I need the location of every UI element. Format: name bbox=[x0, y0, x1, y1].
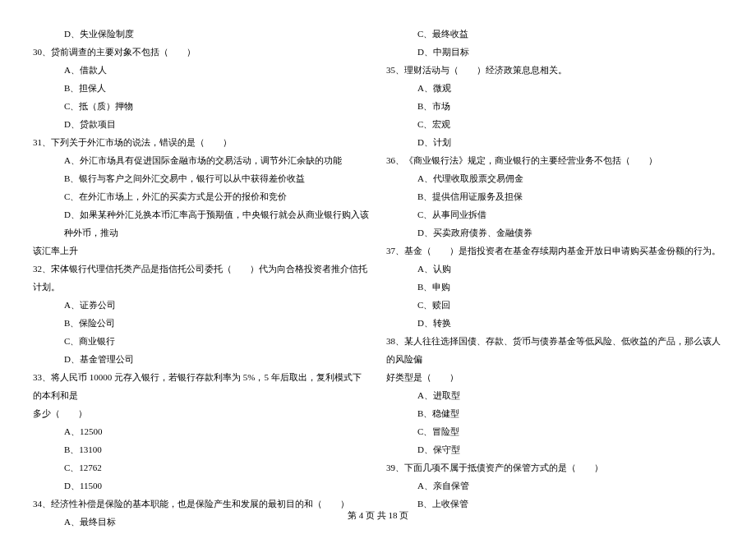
q33-continuation: 多少（ ） bbox=[33, 404, 370, 422]
page-footer: 第 4 页 共 18 页 bbox=[0, 509, 756, 522]
q31-opt-d: D、如果某种外汇兑换本币汇率高于预期值，中央银行就会从商业银行购入该种外币，推动 bbox=[33, 205, 370, 242]
q30-opt-d: D、贷款项目 bbox=[33, 115, 370, 133]
q36-opt-c: C、从事同业拆借 bbox=[386, 205, 723, 223]
q35-opt-c: C、宏观 bbox=[386, 115, 723, 133]
q38-text: 38、某人往往选择国债、存款、货币与债券基金等低风险、低收益的产品，那么该人的风… bbox=[386, 332, 723, 368]
q31-opt-c: C、在外汇市场上，外汇的买卖方式是公开的报价和竞价 bbox=[33, 187, 370, 205]
q29-opt-d: D、失业保险制度 bbox=[33, 25, 370, 43]
q36-opt-a: A、代理收取股票交易佣金 bbox=[386, 169, 723, 187]
q36-opt-d: D、买卖政府债券、金融债券 bbox=[386, 223, 723, 242]
left-column: D、失业保险制度 30、贷前调查的主要对象不包括（ ） A、借款人 B、担保人 … bbox=[33, 25, 370, 534]
q37-opt-b: B、申购 bbox=[386, 278, 723, 296]
q32-text: 32、宋体银行代理信托类产品是指信托公司委托（ ）代为向合格投资者推介信托计划。 bbox=[33, 260, 370, 296]
q38-opt-a: A、进取型 bbox=[386, 386, 723, 404]
q31-text: 31、下列关于外汇市场的说法，错误的是（ ） bbox=[33, 133, 370, 151]
q33-opt-d: D、11500 bbox=[33, 476, 370, 495]
q37-opt-a: A、认购 bbox=[386, 260, 723, 278]
q33-text: 33、将人民币 10000 元存入银行，若银行存款利率为 5%，5 年后取出，复… bbox=[33, 368, 370, 404]
q31-continuation: 该汇率上升 bbox=[33, 242, 370, 260]
right-column: C、最终收益 D、中期目标 35、理财活动与（ ）经济政策息息相关。 A、微观 … bbox=[386, 25, 723, 534]
q37-text: 37、基金（ ）是指投资者在基金存续期内基金开放日申请购买基金份额的行为。 bbox=[386, 242, 723, 260]
q37-opt-d: D、转换 bbox=[386, 314, 723, 332]
q33-opt-b: B、13100 bbox=[33, 440, 370, 458]
q38-opt-d: D、保守型 bbox=[386, 440, 723, 458]
q33-opt-a: A、12500 bbox=[33, 422, 370, 440]
q34-opt-c: C、最终收益 bbox=[386, 25, 723, 43]
q33-opt-c: C、12762 bbox=[33, 458, 370, 476]
document-content: D、失业保险制度 30、贷前调查的主要对象不包括（ ） A、借款人 B、担保人 … bbox=[33, 25, 723, 534]
q30-opt-a: A、借款人 bbox=[33, 61, 370, 79]
q32-opt-c: C、商业银行 bbox=[33, 332, 370, 350]
q35-opt-a: A、微观 bbox=[386, 79, 723, 97]
q31-opt-a: A、外汇市场具有促进国际金融市场的交易活动，调节外汇余缺的功能 bbox=[33, 151, 370, 169]
q30-opt-c: C、抵（质）押物 bbox=[33, 97, 370, 115]
q32-opt-a: A、证券公司 bbox=[33, 296, 370, 314]
q36-opt-b: B、提供信用证服务及担保 bbox=[386, 187, 723, 205]
q39-text: 39、下面几项不属于抵债资产的保管方式的是（ ） bbox=[386, 458, 723, 476]
q30-text: 30、贷前调查的主要对象不包括（ ） bbox=[33, 43, 370, 61]
q36-text: 36、《商业银行法》规定，商业银行的主要经营业务不包括（ ） bbox=[386, 151, 723, 169]
q38-continuation: 好类型是（ ） bbox=[386, 368, 723, 386]
q38-opt-c: C、冒险型 bbox=[386, 422, 723, 440]
q34-opt-d: D、中期目标 bbox=[386, 43, 723, 61]
q37-opt-c: C、赎回 bbox=[386, 296, 723, 314]
q32-opt-b: B、保险公司 bbox=[33, 314, 370, 332]
q39-opt-a: A、亲自保管 bbox=[386, 476, 723, 495]
q32-opt-d: D、基金管理公司 bbox=[33, 350, 370, 368]
q35-opt-b: B、市场 bbox=[386, 97, 723, 115]
q38-opt-b: B、稳健型 bbox=[386, 404, 723, 422]
q35-opt-d: D、计划 bbox=[386, 133, 723, 151]
q34-opt-b: B、最终决定 bbox=[33, 531, 370, 534]
q35-text: 35、理财活动与（ ）经济政策息息相关。 bbox=[386, 61, 723, 79]
q31-opt-b: B、银行与客户之间外汇交易中，银行可以从中获得差价收益 bbox=[33, 169, 370, 187]
q30-opt-b: B、担保人 bbox=[33, 79, 370, 97]
